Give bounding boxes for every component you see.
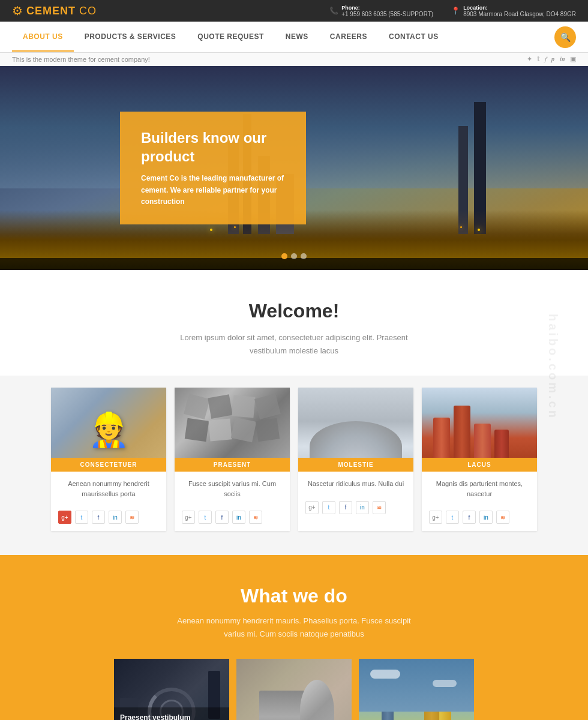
- card-4-linkedin[interactable]: in: [479, 511, 493, 524]
- card-1-socials: g+ t f in ≋: [51, 506, 166, 531]
- card-2-image: PRAESENT: [175, 388, 290, 472]
- logo[interactable]: ⚙ CEMENT CO: [12, 4, 97, 18]
- card-4: LACUS Magnis dis parturient montes, nasc…: [422, 388, 537, 531]
- hero-description: Cement Co is the leading manufacturer of…: [141, 173, 285, 208]
- logo-icon: ⚙: [12, 4, 23, 18]
- card-1-label: CONSECTETUER: [51, 458, 166, 472]
- location-info: 📍 Location: 8903 Marmora Road Glasgow, D…: [451, 5, 576, 17]
- phone-icon: 📞: [329, 7, 338, 15]
- dot-1[interactable]: [281, 253, 287, 259]
- card-3-gplus[interactable]: g+: [305, 501, 319, 514]
- card-2-twitter[interactable]: t: [199, 511, 212, 524]
- ticker-socials: ✦ 𝕥 𝑓 𝒑 𝒊𝒏 ▣: [527, 55, 576, 63]
- card-1-body: Aenean nonummy hendrerit maurissellus po…: [51, 472, 166, 506]
- card-1-facebook[interactable]: f: [92, 511, 105, 524]
- location-icon: 📍: [451, 7, 460, 15]
- light-4: [460, 226, 462, 228]
- social-pinterest-small[interactable]: 𝒑: [551, 55, 555, 63]
- card-4-body: Magnis dis parturient montes, nascetur: [422, 472, 537, 506]
- card-2-socials: g+ t f in ≋: [175, 506, 290, 531]
- card-2-desc: Fusce suscipit varius mi. Cum sociis: [182, 479, 283, 499]
- light-2: [234, 226, 236, 228]
- phone-info: 📞 Phone: +1 959 603 6035 (585-SUPPORT): [329, 5, 433, 17]
- card-4-twitter[interactable]: t: [446, 511, 459, 524]
- hero-brand: Cement Co: [141, 174, 179, 182]
- card-1-desc: Aenean nonummy hendrerit maurissellus po…: [58, 479, 159, 499]
- what-we-do-section: What we do Aenean nonummy hendrerit maur…: [0, 555, 588, 720]
- ticker-bar: This is the modern theme for cement comp…: [0, 53, 588, 66]
- phone-label: Phone:: [341, 5, 433, 11]
- social-linkedin-small[interactable]: 𝒊𝒏: [560, 55, 565, 63]
- link-icon-3[interactable]: ⛓: [420, 703, 438, 720]
- hero-title: Builders know our product: [141, 128, 285, 166]
- card-2-body: Fusce suscipit varius mi. Cum sociis: [175, 472, 290, 506]
- nav-news[interactable]: NEWS: [275, 23, 319, 52]
- card-1-gplus[interactable]: g+: [58, 511, 71, 524]
- card-2-facebook[interactable]: f: [215, 511, 229, 524]
- zoom-icon-3[interactable]: 🔍: [395, 703, 413, 720]
- card-3-label: MOLESTIE: [298, 458, 413, 472]
- what-we-do-desc: Aenean nonummy hendrerit mauris. Phasell…: [12, 614, 576, 641]
- card-3-body: Nascetur ridiculus mus. Nulla dui: [298, 472, 413, 496]
- search-button[interactable]: 🔍: [554, 26, 576, 48]
- card-4-desc: Magnis dis parturient montes, nascetur: [429, 479, 530, 499]
- card-3-twitter[interactable]: t: [322, 501, 335, 514]
- card-1-image: 👷 CONSECTETUER: [51, 388, 166, 472]
- link-icon-2[interactable]: ⛓: [298, 703, 316, 720]
- dot-3[interactable]: [301, 253, 307, 259]
- card-4-gplus[interactable]: g+: [429, 511, 442, 524]
- phone-number: +1 959 603 6035 (585-SUPPORT): [341, 11, 433, 17]
- card-3-facebook[interactable]: f: [339, 501, 352, 514]
- card-1-rss[interactable]: ≋: [125, 511, 139, 524]
- welcome-section: Welcome! Lorem ipsum dolor sit amet, con…: [0, 270, 588, 376]
- card-2: PRAESENT Fusce suscipit varius mi. Cum s…: [175, 388, 290, 531]
- what-we-do-heading: What we do: [12, 585, 576, 607]
- light-1: [210, 229, 212, 231]
- nav-products[interactable]: PRODUCTS & SERVICES: [74, 23, 187, 52]
- card-2-linkedin[interactable]: in: [232, 511, 245, 524]
- card-1: 👷 CONSECTETUER Aenean nonummy hendrerit …: [51, 388, 166, 531]
- zoom-icon-2[interactable]: 🔍: [272, 703, 290, 720]
- nav-contact[interactable]: CONTACT US: [378, 23, 449, 52]
- worker-emoji: 👷: [88, 410, 130, 449]
- welcome-heading: Welcome!: [12, 300, 576, 322]
- ticker-text: This is the modern theme for cement comp…: [12, 56, 150, 63]
- logo-text: CEMENT CO: [26, 5, 97, 17]
- card-3-socials: g+ t f in ≋: [298, 496, 413, 521]
- location-label: Location:: [463, 5, 576, 11]
- cards-section: 👷 CONSECTETUER Aenean nonummy hendrerit …: [0, 376, 588, 555]
- card-4-rss[interactable]: ≋: [496, 511, 509, 524]
- hero-section: Builders know our product Cement Co is t…: [0, 66, 588, 270]
- card-3-image: MOLESTIE: [298, 388, 413, 472]
- social-rss-small[interactable]: ▣: [570, 55, 576, 63]
- zoom-icon[interactable]: 🔍: [150, 703, 168, 720]
- social-sharethis[interactable]: ✦: [527, 55, 532, 63]
- card-2-rss[interactable]: ≋: [249, 511, 262, 524]
- card-1-linkedin[interactable]: in: [109, 511, 122, 524]
- portfolio-item-3[interactable]: 🔍 ⛓: [359, 659, 474, 720]
- card-3-desc: Nascetur ridiculus mus. Nulla dui: [305, 479, 406, 489]
- portfolio-item-2[interactable]: 🔍 ⛓: [236, 659, 352, 720]
- cement-blocks: [186, 396, 278, 463]
- contact-info-area: 📞 Phone: +1 959 603 6035 (585-SUPPORT) 📍…: [329, 5, 576, 17]
- nav-careers[interactable]: CAREERS: [319, 23, 378, 52]
- card-3-linkedin[interactable]: in: [356, 501, 369, 514]
- card-3-rss[interactable]: ≋: [373, 501, 386, 514]
- card-2-label: PRAESENT: [175, 458, 290, 472]
- card-2-gplus[interactable]: g+: [182, 511, 195, 524]
- nav-about[interactable]: ABOUT US: [12, 23, 74, 52]
- dot-2[interactable]: [291, 253, 297, 259]
- nav-quote[interactable]: QUOTE REQUEST: [187, 23, 275, 52]
- social-twitter-small[interactable]: 𝕥: [537, 55, 540, 63]
- card-4-facebook[interactable]: f: [463, 511, 476, 524]
- link-icon[interactable]: ⛓: [175, 703, 193, 720]
- light-3: [478, 229, 480, 231]
- hero-dots: [281, 253, 307, 259]
- card-4-image: LACUS: [422, 388, 537, 472]
- social-facebook-small[interactable]: 𝑓: [545, 55, 547, 63]
- portfolio-item-1[interactable]: Praesent vestibulum Lorem ipsum dolor si…: [114, 659, 229, 720]
- card-1-twitter[interactable]: t: [75, 511, 88, 524]
- cards-grid: 👷 CONSECTETUER Aenean nonummy hendrerit …: [12, 388, 576, 531]
- card-4-label: LACUS: [422, 458, 537, 472]
- top-bar: ⚙ CEMENT CO 📞 Phone: +1 959 603 6035 (58…: [0, 0, 588, 22]
